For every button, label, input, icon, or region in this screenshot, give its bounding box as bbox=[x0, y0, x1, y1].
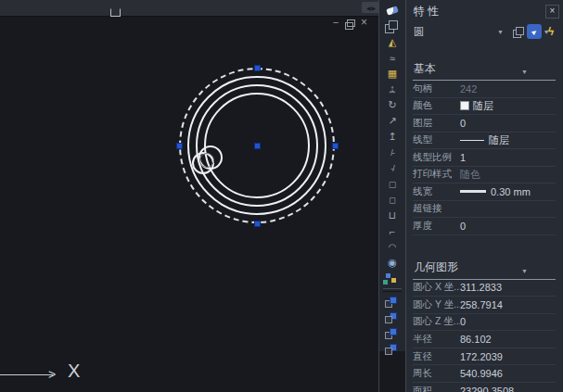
property-row-color: 颜色 随层 bbox=[413, 98, 556, 116]
property-value[interactable]: 0.30 mm bbox=[460, 186, 556, 197]
drawing-canvas[interactable]: > X bbox=[0, 16, 378, 392]
draworder-above-icon[interactable] bbox=[379, 325, 405, 341]
property-row-plot-style: 打印样式 随色 bbox=[413, 167, 556, 184]
property-label: 打印样式 bbox=[413, 168, 460, 181]
draworder-below-icon[interactable] bbox=[379, 341, 405, 357]
restore-icon[interactable] bbox=[345, 22, 353, 30]
cursor-arrow-icon: ► bbox=[529, 26, 540, 37]
grip-handle[interactable] bbox=[254, 221, 261, 227]
draworder-back-icon[interactable] bbox=[379, 310, 405, 325]
object-type-selector[interactable]: 圆 ▼ ► ϟ bbox=[406, 20, 563, 43]
property-row-center-y: 圆心 Y 坐... 258.7914 bbox=[413, 297, 556, 314]
modify-toolbar: ◭≈▦↔↻↗↥/--/▢◻⊔⌐◠◉ bbox=[379, 0, 405, 392]
property-value[interactable]: 0 bbox=[460, 221, 556, 232]
grip-handle[interactable] bbox=[254, 65, 261, 71]
array-icon[interactable]: ▦ bbox=[379, 66, 405, 82]
lineweight-sample-icon bbox=[460, 190, 486, 193]
property-row-linetype: 线型 随层 bbox=[413, 133, 556, 150]
break-icon[interactable]: ◻ bbox=[379, 192, 405, 208]
blend-curves-icon[interactable]: ◉ bbox=[379, 255, 405, 271]
property-label: 圆心 X 坐... bbox=[413, 281, 460, 294]
property-label: 线型 bbox=[413, 133, 460, 146]
select-objects-icon[interactable]: ► bbox=[527, 24, 542, 39]
move-icon[interactable]: ↔ bbox=[379, 82, 405, 97]
trim-icon[interactable]: /- bbox=[379, 145, 405, 160]
rotate-icon[interactable]: ↻ bbox=[379, 97, 405, 113]
property-value[interactable]: 23290.3508 bbox=[460, 386, 556, 392]
join-icon[interactable]: ⊔ bbox=[379, 208, 405, 223]
explode-icon[interactable] bbox=[379, 271, 405, 286]
property-row-center-x: 圆心 X 坐... 311.2833 bbox=[413, 280, 556, 297]
toolbar-separator bbox=[383, 288, 402, 292]
property-value[interactable]: 86.102 bbox=[460, 334, 556, 345]
property-label: 超链接 bbox=[413, 202, 460, 215]
property-label: 句柄 bbox=[413, 82, 460, 95]
property-value[interactable]: 1 bbox=[460, 152, 556, 163]
properties-panel: 特性 × 圆 ▼ ► ϟ 基本 ▼ 句柄 242 颜色 随层 bbox=[405, 0, 563, 392]
quick-select-icon[interactable]: ϟ bbox=[544, 24, 558, 39]
scale-icon[interactable]: ↗ bbox=[379, 113, 405, 129]
color-swatch bbox=[460, 101, 469, 110]
collapse-triangle-icon[interactable]: ▼ bbox=[521, 69, 528, 75]
circle-entity[interactable] bbox=[199, 153, 214, 168]
mirror-icon[interactable]: ◭ bbox=[379, 34, 405, 50]
grip-handle[interactable] bbox=[332, 143, 339, 149]
extend-icon[interactable]: -/ bbox=[379, 160, 405, 176]
property-label: 半径 bbox=[413, 333, 460, 346]
ucs-x-arrowhead-icon: > bbox=[48, 367, 56, 382]
property-row-lineweight: 线宽 0.30 mm bbox=[413, 183, 556, 201]
ucs-x-axis-line bbox=[0, 374, 53, 375]
section-title: 几何图形 bbox=[414, 260, 458, 273]
property-label: 圆心 Y 坐... bbox=[413, 298, 460, 311]
break-at-point-icon[interactable]: ▢ bbox=[379, 176, 405, 192]
cad-application-window: ◀ ▶ > X − × ◭≈▦↔↻↗↥/--/▢◻⊔⌐◠◉ 特性 × 圆 ▼ ►… bbox=[0, 0, 563, 392]
property-row-handle: 句柄 242 bbox=[413, 81, 556, 98]
copy-icon[interactable] bbox=[379, 19, 405, 34]
selector-buttons: ► ϟ bbox=[510, 24, 558, 39]
linetype-sample-icon bbox=[460, 140, 484, 141]
property-value[interactable]: 172.2039 bbox=[460, 351, 556, 362]
properties-panel-titlebar: 特性 × bbox=[406, 0, 563, 20]
property-row-center-z: 圆心 Z 坐... 0 bbox=[413, 314, 556, 332]
close-icon[interactable]: × bbox=[358, 16, 370, 29]
property-label: 颜色 bbox=[413, 99, 460, 112]
property-value: 随色 bbox=[460, 168, 556, 182]
grip-handle[interactable] bbox=[176, 143, 183, 149]
property-label: 线型比例 bbox=[413, 151, 460, 164]
pickadd-toggle-icon[interactable] bbox=[510, 24, 525, 39]
property-row-area: 面积 23290.3508 bbox=[413, 383, 556, 392]
fillet-icon[interactable]: ◠ bbox=[379, 239, 405, 255]
property-value[interactable]: 258.7914 bbox=[460, 299, 556, 310]
offset-icon[interactable]: ≈ bbox=[379, 50, 405, 66]
section-geometry: 几何图形 ▼ 圆心 X 坐... 311.2833 圆心 Y 坐... 258.… bbox=[406, 254, 563, 392]
property-value[interactable]: 随层 bbox=[460, 99, 556, 113]
property-row-circumference: 周长 540.9946 bbox=[413, 365, 556, 383]
property-value[interactable]: 0 bbox=[460, 118, 556, 129]
property-row-layer: 图层 0 bbox=[413, 115, 556, 133]
chamfer-icon[interactable]: ⌐ bbox=[379, 223, 405, 239]
ucs-x-label: X bbox=[68, 360, 80, 382]
property-row-hyperlink: 超链接 bbox=[413, 201, 556, 219]
properties-close-button[interactable]: × bbox=[545, 5, 559, 19]
property-value[interactable]: 随层 bbox=[460, 133, 556, 147]
lightning-icon: ϟ bbox=[548, 25, 554, 38]
collapse-triangle-icon[interactable]: ▼ bbox=[521, 268, 528, 274]
property-label: 周长 bbox=[413, 367, 460, 380]
property-row-thickness: 厚度 0 bbox=[413, 218, 556, 235]
chevron-down-icon[interactable]: ▼ bbox=[497, 29, 504, 35]
draworder-front-icon[interactable] bbox=[379, 294, 405, 310]
section-geometry-header[interactable]: 几何图形 ▼ bbox=[413, 254, 556, 280]
stretch-icon[interactable]: ↥ bbox=[379, 129, 405, 145]
property-value: 242 bbox=[460, 83, 556, 95]
erase-icon[interactable] bbox=[379, 3, 405, 19]
grip-handle[interactable] bbox=[254, 143, 261, 149]
property-value[interactable]: 540.9946 bbox=[460, 368, 556, 379]
minimize-icon[interactable]: − bbox=[330, 17, 341, 28]
properties-panel-title: 特性 bbox=[414, 4, 441, 19]
section-basic-header[interactable]: 基本 ▼ bbox=[413, 59, 556, 81]
property-value[interactable]: 0 bbox=[460, 316, 556, 327]
property-label: 面积 bbox=[413, 385, 460, 392]
property-value[interactable]: 311.2833 bbox=[460, 282, 556, 293]
property-label: 线宽 bbox=[413, 185, 460, 198]
property-label: 图层 bbox=[413, 117, 460, 130]
